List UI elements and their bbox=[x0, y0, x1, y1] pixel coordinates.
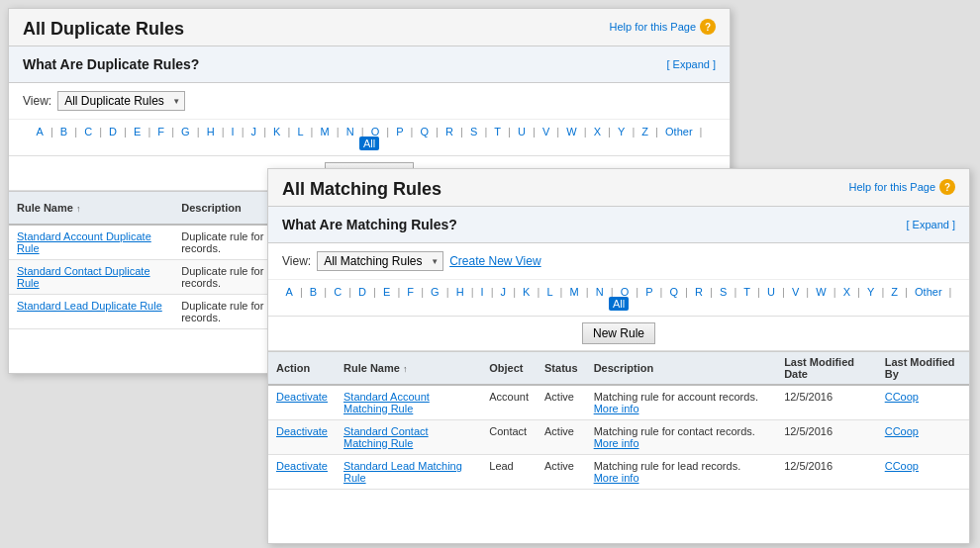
match-more-info-2[interactable]: More info bbox=[594, 437, 639, 449]
dup-row1-name: Standard Account Duplicate Rule bbox=[9, 225, 173, 260]
dup-rule-link-1[interactable]: Standard Account Duplicate Rule bbox=[17, 230, 151, 254]
dup-alpha-h[interactable]: H bbox=[207, 126, 215, 137]
match-deactivate-link-2[interactable]: Deactivate bbox=[276, 425, 328, 437]
match-col-status: Status bbox=[537, 352, 586, 386]
match-alpha-k[interactable]: K bbox=[523, 286, 530, 298]
dup-alpha-a[interactable]: A bbox=[37, 126, 44, 137]
dup-alpha-d[interactable]: D bbox=[109, 126, 117, 137]
dup-alpha-r[interactable]: R bbox=[445, 126, 453, 137]
dup-alpha-e[interactable]: E bbox=[134, 126, 141, 137]
dup-alpha-q[interactable]: Q bbox=[421, 126, 430, 137]
match-alpha-e[interactable]: E bbox=[383, 286, 390, 298]
match-alpha-b[interactable]: B bbox=[310, 286, 317, 298]
dup-view-select-wrapper: All Duplicate Rules bbox=[57, 91, 185, 111]
match-alpha-m[interactable]: M bbox=[570, 286, 579, 298]
match-alpha-all[interactable]: All bbox=[609, 297, 629, 311]
match-deactivate-link-1[interactable]: Deactivate bbox=[276, 391, 328, 403]
dup-alpha-g[interactable]: G bbox=[181, 126, 190, 137]
match-col-action: Action bbox=[268, 352, 336, 386]
match-row3-moddate: 12/5/2016 bbox=[776, 455, 877, 490]
match-modby-link-1[interactable]: CCoop bbox=[885, 391, 919, 403]
match-create-new-view-link[interactable]: Create New View bbox=[449, 254, 540, 268]
matching-rules-panel: Help for this Page ? All Matching Rules … bbox=[267, 168, 970, 544]
dup-alpha-all[interactable]: All bbox=[359, 137, 379, 150]
dup-alpha-n[interactable]: N bbox=[346, 126, 354, 137]
dup-alpha-k[interactable]: K bbox=[273, 126, 280, 137]
match-alpha-q[interactable]: Q bbox=[670, 286, 679, 298]
match-row3-name: Standard Lead Matching Rule bbox=[336, 455, 481, 490]
dup-alpha-i[interactable]: I bbox=[232, 126, 235, 137]
dup-expand-link[interactable]: [ Expand ] bbox=[666, 58, 716, 70]
match-expand-link[interactable]: [ Expand ] bbox=[906, 219, 955, 230]
match-row1-moddate: 12/5/2016 bbox=[776, 385, 877, 420]
dup-rule-link-3[interactable]: Standard Lead Duplicate Rule bbox=[17, 300, 162, 312]
match-alpha-x[interactable]: X bbox=[843, 286, 850, 298]
match-alpha-p[interactable]: P bbox=[645, 286, 652, 298]
match-modby-link-2[interactable]: CCoop bbox=[885, 425, 919, 437]
dup-col-rulename: Rule Name ↑ bbox=[9, 192, 173, 226]
dup-alpha-t[interactable]: T bbox=[494, 126, 501, 137]
match-alpha-u[interactable]: U bbox=[767, 286, 775, 298]
match-view-label: View: bbox=[282, 254, 311, 268]
dup-alpha-z[interactable]: Z bbox=[641, 126, 648, 137]
dup-alpha-u[interactable]: U bbox=[518, 126, 526, 137]
match-alpha-c[interactable]: C bbox=[334, 286, 342, 298]
dup-alpha-y[interactable]: Y bbox=[618, 126, 625, 137]
match-alpha-l[interactable]: L bbox=[546, 286, 552, 298]
dup-alpha-x[interactable]: X bbox=[594, 126, 601, 137]
dup-help-link[interactable]: Help for this Page ? bbox=[610, 19, 716, 35]
dup-alpha-b[interactable]: B bbox=[60, 126, 67, 137]
dup-view-label: View: bbox=[23, 94, 51, 108]
match-alpha-other[interactable]: Other bbox=[915, 286, 942, 298]
match-alpha-z[interactable]: Z bbox=[891, 286, 898, 298]
match-alpha-j[interactable]: J bbox=[501, 286, 507, 298]
match-rule-link-1[interactable]: Standard Account Matching Rule bbox=[343, 391, 430, 414]
match-row2-modby: CCoop bbox=[877, 420, 969, 455]
match-col-lastmoddate: Last Modified Date bbox=[776, 352, 877, 386]
dup-alpha-c[interactable]: C bbox=[84, 126, 92, 137]
match-help-link[interactable]: Help for this Page ? bbox=[849, 179, 955, 195]
dup-alpha-p[interactable]: P bbox=[396, 126, 403, 137]
match-row3-desc: Matching rule for lead records. More inf… bbox=[586, 455, 776, 490]
sort-arrow-icon: ↑ bbox=[403, 364, 408, 374]
dup-rule-link-2[interactable]: Standard Contact Duplicate Rule bbox=[17, 265, 150, 289]
match-view-select[interactable]: All Matching Rules bbox=[317, 251, 443, 271]
match-deactivate-link-3[interactable]: Deactivate bbox=[276, 460, 328, 472]
match-what-are-title: What Are Matching Rules? bbox=[282, 217, 457, 232]
dup-alpha-w[interactable]: W bbox=[566, 126, 576, 137]
match-col-lastmodby: Last Modified By bbox=[877, 352, 969, 386]
match-new-rule-button[interactable]: New Rule bbox=[582, 322, 655, 344]
match-rule-link-3[interactable]: Standard Lead Matching Rule bbox=[343, 460, 462, 484]
match-help-icon: ? bbox=[939, 179, 955, 195]
match-more-info-1[interactable]: More info bbox=[594, 403, 639, 414]
dup-view-select[interactable]: All Duplicate Rules bbox=[57, 91, 185, 111]
match-alpha-i[interactable]: I bbox=[481, 286, 484, 298]
dup-alpha-j[interactable]: J bbox=[251, 126, 257, 137]
match-alpha-n[interactable]: N bbox=[596, 286, 604, 298]
match-modby-link-3[interactable]: CCoop bbox=[885, 460, 919, 472]
match-rule-link-2[interactable]: Standard Contact Matching Rule bbox=[343, 425, 429, 449]
table-row: Deactivate Standard Contact Matching Rul… bbox=[268, 420, 969, 455]
sort-arrow-icon: ↑ bbox=[76, 204, 81, 214]
match-more-info-3[interactable]: More info bbox=[594, 472, 639, 484]
match-alpha-t[interactable]: T bbox=[743, 286, 750, 298]
match-alpha-h[interactable]: H bbox=[456, 286, 464, 298]
dup-alpha-v[interactable]: V bbox=[542, 126, 549, 137]
dup-alpha-f[interactable]: F bbox=[157, 126, 164, 137]
match-alpha-r[interactable]: R bbox=[695, 286, 703, 298]
match-alpha-s[interactable]: S bbox=[720, 286, 727, 298]
dup-alpha-l[interactable]: L bbox=[297, 126, 303, 137]
match-alpha-bar: A | B | C | D | E | F | G | H | I | J | … bbox=[268, 280, 969, 317]
match-alpha-d[interactable]: D bbox=[358, 286, 366, 298]
dup-alpha-s[interactable]: S bbox=[470, 126, 477, 137]
match-alpha-v[interactable]: V bbox=[792, 286, 799, 298]
match-alpha-y[interactable]: Y bbox=[867, 286, 874, 298]
dup-alpha-other[interactable]: Other bbox=[665, 126, 693, 137]
match-alpha-f[interactable]: F bbox=[407, 286, 414, 298]
match-panel-header: Help for this Page ? All Matching Rules bbox=[268, 169, 969, 207]
match-alpha-g[interactable]: G bbox=[431, 286, 440, 298]
match-alpha-a[interactable]: A bbox=[286, 286, 293, 298]
match-row1-object: Account bbox=[481, 385, 537, 420]
match-alpha-w[interactable]: W bbox=[816, 286, 826, 298]
dup-alpha-m[interactable]: M bbox=[321, 126, 330, 137]
